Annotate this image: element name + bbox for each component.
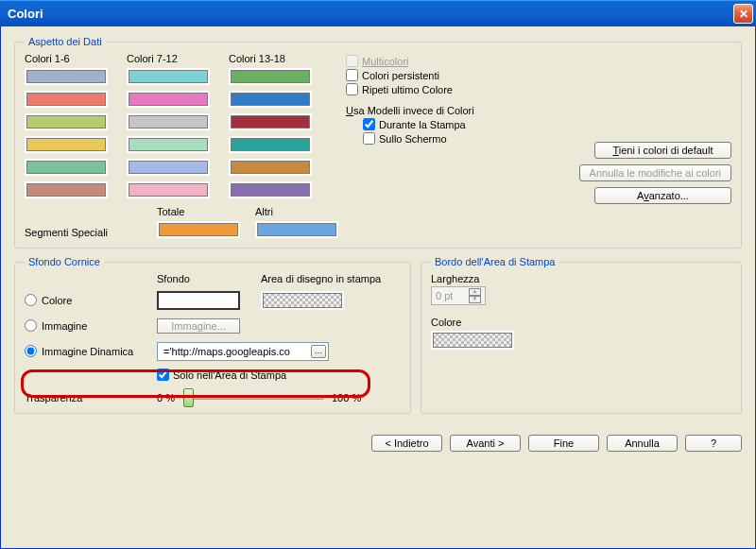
btn-annulla[interactable]: Annulla bbox=[607, 435, 678, 452]
label-sullo-schermo: Sullo Schermo bbox=[379, 133, 447, 145]
slider-max-label: 100 % bbox=[332, 392, 361, 403]
swatch-11[interactable] bbox=[127, 159, 210, 176]
swatch-17[interactable] bbox=[229, 159, 312, 176]
larghezza-label: Larghezza bbox=[431, 273, 731, 284]
swatch-7[interactable] bbox=[127, 68, 210, 85]
btn-annulla-modifiche: Annulla le modifiche ai colori bbox=[579, 164, 731, 181]
swatch-9[interactable] bbox=[127, 113, 210, 130]
close-icon[interactable]: ✕ bbox=[733, 4, 753, 24]
swatch-altri[interactable] bbox=[255, 221, 338, 238]
radio-colore-label: Colore bbox=[42, 295, 72, 306]
legend-aspetto: Aspetto dei Dati bbox=[25, 36, 106, 47]
swatch-totale[interactable] bbox=[157, 221, 240, 238]
sfondo-grid: Sfondo Area di disegno in stampa Colore … bbox=[25, 273, 401, 383]
radio-immagine-dinamica-row[interactable]: Immagine Dinamica bbox=[25, 345, 157, 357]
group-bordo-area: Bordo dell'Area di Stampa Larghezza 0 pt… bbox=[421, 256, 742, 414]
col3-label: Colori 13-18 bbox=[229, 53, 325, 64]
window-title: Colori bbox=[8, 7, 43, 21]
radio-colore-row[interactable]: Colore bbox=[25, 294, 157, 306]
larghezza-spinner: 0 pt ▲ ▼ bbox=[431, 286, 486, 305]
label-durante-stampa: Durante la Stampa bbox=[379, 119, 466, 130]
btn-avanzato[interactable]: Avanzato... bbox=[594, 187, 731, 204]
group-aspetto-dati: Aspetto dei Dati Colori 1-6 Colori 7-12 bbox=[14, 36, 742, 249]
aspetto-upper: Colori 1-6 Colori 7-12 Colori 13-18 bbox=[25, 53, 731, 204]
label-multicolori: Multicolori bbox=[362, 56, 409, 67]
btn-tieni-default[interactable]: Tieni i colori di default bbox=[594, 142, 731, 159]
larghezza-value: 0 pt bbox=[436, 290, 453, 301]
spinner-buttons: ▲ ▼ bbox=[469, 288, 481, 303]
swatch-3[interactable] bbox=[25, 113, 108, 130]
radio-colore[interactable] bbox=[25, 294, 37, 306]
label-persistenti: Colori persistenti bbox=[362, 70, 439, 81]
swatch-12[interactable] bbox=[127, 181, 210, 198]
swatch-1[interactable] bbox=[25, 68, 108, 85]
formula-input[interactable] bbox=[162, 345, 311, 358]
chk-multicolori: Multicolori bbox=[346, 55, 579, 67]
col-13-18: Colori 13-18 bbox=[229, 53, 325, 204]
radio-immagine-row[interactable]: Immagine bbox=[25, 319, 157, 332]
dialog-body: Aspetto dei Dati Colori 1-6 Colori 7-12 bbox=[0, 26, 756, 549]
spin-up-icon: ▲ bbox=[469, 288, 481, 296]
swatch-4[interactable] bbox=[25, 136, 108, 153]
btn-fine[interactable]: Fine bbox=[528, 435, 599, 452]
swatch-8[interactable] bbox=[127, 91, 210, 108]
expression-builder-icon[interactable]: … bbox=[311, 345, 326, 358]
swatch-14[interactable] bbox=[229, 91, 312, 108]
swatch-15[interactable] bbox=[229, 113, 312, 130]
trasparenza-label: Trasparenza bbox=[25, 392, 151, 403]
swatch-5[interactable] bbox=[25, 159, 108, 176]
label-ripeti: Ripeti ultimo Colore bbox=[362, 84, 453, 95]
formula-box[interactable]: … bbox=[157, 342, 329, 361]
radio-immagine[interactable] bbox=[25, 319, 37, 332]
hdr-area: Area di disegno in stampa bbox=[261, 273, 384, 284]
swatch-2[interactable] bbox=[25, 91, 108, 108]
swatch-13[interactable] bbox=[229, 68, 312, 85]
btn-help[interactable]: ? bbox=[685, 435, 742, 452]
swatch-10[interactable] bbox=[127, 136, 210, 153]
radio-immagine-dinamica[interactable] bbox=[25, 345, 37, 357]
footer-buttons: < Indietro Avanti > Fine Annulla ? bbox=[14, 425, 742, 452]
checkbox-multicolori bbox=[346, 55, 358, 67]
checkbox-persistenti[interactable] bbox=[346, 69, 358, 81]
altri-label: Altri bbox=[255, 206, 353, 217]
col1-label: Colori 1-6 bbox=[25, 53, 121, 64]
aspetto-options: Multicolori Colori persistenti Ripeti ul… bbox=[346, 53, 731, 204]
group-sfondo-cornice: Sfondo Cornice Sfondo Area di disegno in… bbox=[14, 256, 411, 414]
checkbox-sullo-schermo[interactable] bbox=[363, 132, 375, 145]
trasparenza-row: Trasparenza 0 % 100 % bbox=[25, 392, 401, 403]
aspetto-buttons: Tieni i colori di default Annulla le mod… bbox=[579, 142, 731, 204]
lower-row: Sfondo Cornice Sfondo Area di disegno in… bbox=[14, 256, 742, 421]
label-solo-area: Solo nell'Area di Stampa bbox=[173, 369, 286, 381]
radio-immagine-label: Immagine bbox=[42, 320, 87, 332]
checkbox-durante-stampa[interactable] bbox=[363, 118, 375, 130]
btn-indietro[interactable]: < Indietro bbox=[371, 435, 442, 452]
chk-ripeti-row: Ripeti ultimo Colore bbox=[346, 83, 579, 95]
chk-solo-area-row[interactable]: Solo nell'Area di Stampa bbox=[157, 369, 384, 381]
segmenti-label: Segmenti Speciali bbox=[25, 227, 157, 238]
swatch-bordo-colore[interactable] bbox=[431, 331, 514, 350]
bordo-colore-label: Colore bbox=[431, 317, 731, 328]
legend-bordo: Bordo dell'Area di Stampa bbox=[431, 256, 558, 267]
aspetto-lower: Segmenti Speciali Totale Altri bbox=[25, 206, 731, 238]
col-7-12: Colori 7-12 bbox=[127, 53, 223, 204]
usa-modelli-label: Usa Modelli invece di Colori bbox=[346, 105, 579, 116]
col-1-6: Colori 1-6 bbox=[25, 53, 121, 204]
totale-label: Totale bbox=[157, 206, 255, 217]
checkbox-solo-area[interactable] bbox=[157, 369, 169, 381]
chk-schermo-row: Sullo Schermo bbox=[363, 132, 579, 145]
spin-down-icon: ▼ bbox=[469, 296, 481, 303]
legend-sfondo: Sfondo Cornice bbox=[25, 256, 104, 267]
checkbox-ripeti[interactable] bbox=[346, 83, 358, 95]
btn-avanti[interactable]: Avanti > bbox=[450, 435, 521, 452]
swatch-6[interactable] bbox=[25, 181, 108, 198]
hdr-sfondo: Sfondo bbox=[157, 273, 261, 284]
swatch-area-stampa[interactable] bbox=[261, 291, 344, 310]
titlebar: Colori ✕ bbox=[0, 0, 756, 26]
slider-min-label: 0 % bbox=[157, 392, 175, 403]
swatch-16[interactable] bbox=[229, 136, 312, 153]
slider-trasparenza[interactable] bbox=[182, 396, 324, 400]
swatch-18[interactable] bbox=[229, 181, 312, 198]
radio-immagine-dinamica-label: Immagine Dinamica bbox=[42, 346, 133, 357]
swatch-sfondo[interactable] bbox=[157, 291, 240, 310]
chk-persistenti-row: Colori persistenti bbox=[346, 69, 579, 81]
